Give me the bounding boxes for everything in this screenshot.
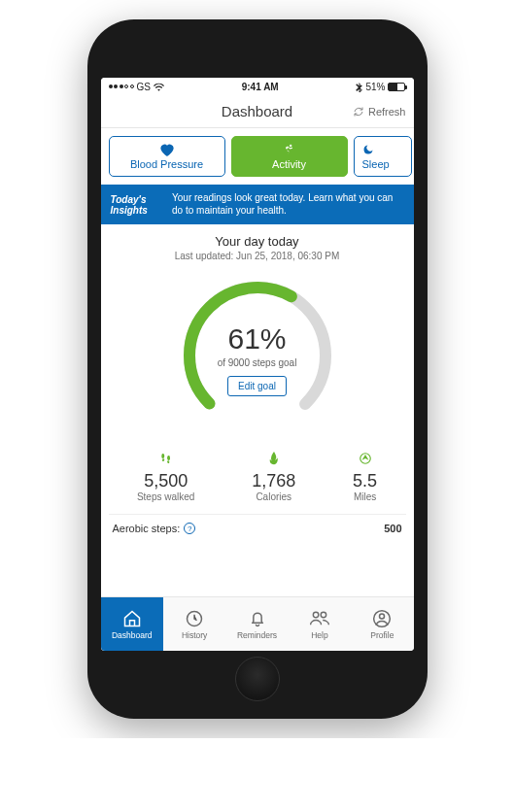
bell-icon <box>248 609 267 628</box>
signal-icon <box>109 85 134 88</box>
nav-dashboard[interactable]: Dashboard <box>101 597 163 651</box>
flame-icon <box>252 452 295 467</box>
tab-label: Activity <box>272 158 306 170</box>
edit-goal-button[interactable]: Edit goal <box>227 376 287 396</box>
people-icon <box>309 609 330 628</box>
svg-point-5 <box>321 612 326 618</box>
nav-reminders[interactable]: Reminders <box>225 597 288 651</box>
aerobic-label: Aerobic steps: <box>113 523 181 534</box>
battery-percent: 51% <box>365 82 385 92</box>
refresh-button[interactable]: Refresh <box>353 106 406 118</box>
steps-label: Steps walked <box>137 491 194 502</box>
footsteps-icon <box>137 452 194 467</box>
moon-icon <box>362 143 374 156</box>
status-bar: GS 9:41 AM 51% <box>101 78 414 95</box>
miles-value: 5.5 <box>353 471 377 491</box>
battery-icon <box>388 83 405 91</box>
bottom-nav: Dashboard History Reminders Help <box>101 596 414 651</box>
page-title: Dashboard <box>222 103 292 119</box>
info-icon[interactable]: ? <box>184 523 195 534</box>
insights-banner[interactable]: Today's Insights Your readings look grea… <box>101 185 414 224</box>
progress-gauge: 61% of 9000 steps goal Edit goal <box>175 273 340 438</box>
nav-label: Reminders <box>237 630 277 640</box>
aerobic-value: 500 <box>384 523 401 534</box>
gauge-percent: 61% <box>218 322 297 355</box>
metric-calories: 1,768 Calories <box>252 452 295 502</box>
gauge-goal-text: of 9000 steps goal <box>218 357 297 368</box>
tab-label: Blood Pressure <box>130 158 203 170</box>
insights-label: Today's Insights <box>111 194 163 216</box>
tab-sleep[interactable]: Sleep <box>354 136 412 177</box>
status-time: 9:41 AM <box>242 82 279 92</box>
miles-label: Miles <box>353 491 377 502</box>
nav-label: History <box>182 630 207 640</box>
calories-value: 1,768 <box>252 471 295 491</box>
svg-point-7 <box>380 614 385 619</box>
nav-label: Help <box>311 630 327 640</box>
clock-icon <box>185 609 204 628</box>
carrier-label: GS <box>137 82 151 92</box>
tab-blood-pressure[interactable]: Blood Pressure <box>109 136 225 177</box>
nav-label: Profile <box>370 630 394 640</box>
metric-steps: 5,500 Steps walked <box>137 452 194 502</box>
bluetooth-icon <box>356 82 362 92</box>
aerobic-row: Aerobic steps: ? 500 <box>109 514 406 540</box>
metric-miles: 5.5 Miles <box>353 452 377 502</box>
heart-icon <box>159 143 175 156</box>
insights-text: Your readings look great today. Learn wh… <box>172 192 403 217</box>
nav-label: Dashboard <box>112 630 153 640</box>
tab-label: Sleep <box>362 158 390 170</box>
location-icon <box>353 452 377 467</box>
refresh-icon <box>353 106 364 118</box>
day-title: Your day today <box>101 234 414 249</box>
steps-value: 5,500 <box>137 471 194 491</box>
metrics-row: 5,500 Steps walked 1,768 Calories 5.5 Mi… <box>101 442 414 510</box>
phone-frame: GS 9:41 AM 51% Dashboard Refresh Bl <box>87 19 428 719</box>
nav-history[interactable]: History <box>163 597 225 651</box>
last-updated: Last updated: Jun 25, 2018, 06:30 PM <box>101 251 414 261</box>
profile-icon <box>372 609 392 628</box>
svg-point-4 <box>313 612 319 618</box>
screen: GS 9:41 AM 51% Dashboard Refresh Bl <box>101 78 414 651</box>
nav-help[interactable]: Help <box>289 597 351 651</box>
running-icon <box>283 143 296 156</box>
category-tabs: Blood Pressure Activity Sleep <box>101 128 414 185</box>
progress-gauge-wrap: 61% of 9000 steps goal Edit goal <box>101 265 414 442</box>
home-icon <box>122 609 142 628</box>
calories-label: Calories <box>252 491 295 502</box>
tab-activity[interactable]: Activity <box>231 136 348 177</box>
wifi-icon <box>154 83 164 91</box>
nav-profile[interactable]: Profile <box>351 597 413 651</box>
day-summary: Your day today Last updated: Jun 25, 201… <box>101 224 414 265</box>
refresh-label: Refresh <box>368 106 406 118</box>
header: Dashboard Refresh <box>101 95 414 128</box>
